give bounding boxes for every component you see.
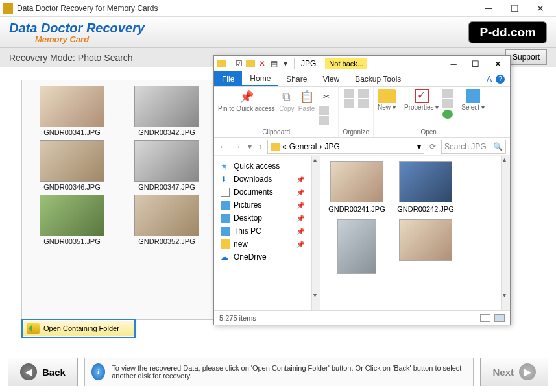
brand-title: Data Doctor Recovery bbox=[9, 21, 145, 36]
file-thumbnail bbox=[399, 161, 452, 202]
ocf-label: Open Containing Folder bbox=[43, 325, 119, 332]
help-icon[interactable]: ? bbox=[496, 75, 505, 84]
file-label: GNDR00241.JPG bbox=[326, 205, 388, 213]
pin-quick-access-button[interactable]: 📌Pin to Quick access bbox=[218, 89, 275, 112]
open-containing-folder-button[interactable]: Open Containing Folder bbox=[21, 319, 136, 338]
ribbon-collapse-icon[interactable]: ᐱ bbox=[487, 75, 492, 84]
thumb-image bbox=[134, 140, 199, 182]
explorer-address-bar: ← → ▾ ↑ « General › JPG ▾ ⟳ Search JPG 🔍 bbox=[214, 138, 510, 156]
move-to-icon[interactable] bbox=[344, 89, 354, 98]
explorer-tabs: File Home Share View Backup Tools ᐱ ? bbox=[214, 71, 510, 87]
explorer-search-input[interactable]: Search JPG 🔍 bbox=[441, 140, 506, 154]
ribbon-group-clipboard: Clipboard bbox=[262, 127, 290, 137]
details-view-icon[interactable] bbox=[480, 314, 490, 322]
brand-site-badge: P-dd.com bbox=[468, 21, 547, 43]
tab-view[interactable]: View bbox=[315, 71, 347, 86]
next-button[interactable]: Next ▶ bbox=[480, 358, 548, 386]
nav-documents[interactable]: Documents📌 bbox=[217, 186, 308, 199]
files-scrollbar[interactable] bbox=[501, 156, 510, 310]
thumb-item[interactable]: GNDR00352.JPG bbox=[121, 193, 213, 245]
paste-icon: 📋 bbox=[299, 89, 315, 104]
explorer-close-button[interactable]: ✕ bbox=[488, 59, 507, 69]
nav-back-icon[interactable]: ← bbox=[218, 142, 228, 151]
download-icon: ⬇ bbox=[221, 175, 230, 184]
file-item[interactable] bbox=[394, 219, 457, 276]
thumb-item[interactable]: GNDR00342.JPG bbox=[121, 84, 213, 136]
qat-delete-icon[interactable]: ✕ bbox=[258, 59, 267, 68]
thumb-item[interactable]: GNDR00351.JPG bbox=[26, 193, 118, 245]
copy-to-icon[interactable] bbox=[344, 99, 354, 108]
support-button[interactable]: Support bbox=[505, 49, 547, 65]
thumb-item[interactable]: GNDR00346.JPG bbox=[26, 139, 118, 191]
nav-up-icon[interactable]: ↑ bbox=[257, 142, 263, 151]
file-item[interactable]: GNDR00242.JPG bbox=[394, 161, 457, 213]
open-icon[interactable] bbox=[442, 89, 453, 98]
info-icon: i bbox=[91, 363, 105, 380]
tab-backup-tools[interactable]: Backup Tools bbox=[347, 71, 409, 86]
qat-check-icon[interactable]: ☑ bbox=[234, 59, 243, 68]
nav-scrollbar[interactable] bbox=[311, 156, 320, 310]
explorer-minimize-button[interactable]: ─ bbox=[444, 59, 463, 69]
thumbnails-view-icon[interactable] bbox=[494, 314, 505, 322]
nav-forward-icon[interactable]: → bbox=[232, 142, 243, 151]
edit-icon[interactable] bbox=[442, 99, 453, 108]
explorer-titlebar: ☑ ✕ ▤ ▾ JPG Not back... ─ ☐ ✕ bbox=[214, 56, 510, 71]
close-button[interactable]: ✕ bbox=[527, 0, 553, 17]
nav-onedrive[interactable]: ☁OneDrive bbox=[217, 251, 308, 263]
back-button[interactable]: ◀ Back bbox=[8, 358, 78, 386]
properties-button[interactable]: Properties ▾ bbox=[404, 89, 439, 111]
explorer-maximize-button[interactable]: ☐ bbox=[466, 59, 485, 69]
backup-status-badge[interactable]: Not back... bbox=[325, 58, 367, 69]
file-item[interactable] bbox=[326, 219, 388, 276]
file-thumbnail bbox=[337, 219, 376, 274]
folder-icon bbox=[217, 60, 226, 67]
copy-button[interactable]: ⧉Copy bbox=[279, 89, 295, 112]
nav-recent-icon[interactable]: ▾ bbox=[247, 142, 253, 151]
select-button[interactable]: Select ▾ bbox=[461, 89, 485, 111]
nav-pictures[interactable]: Pictures📌 bbox=[217, 199, 308, 212]
nav-this-pc[interactable]: This PC📌 bbox=[217, 225, 308, 238]
maximize-button[interactable]: ☐ bbox=[502, 0, 527, 17]
folder-icon bbox=[271, 143, 280, 151]
tab-home[interactable]: Home bbox=[242, 71, 278, 86]
pin-icon: 📌 bbox=[296, 176, 304, 183]
recovery-mode-text: Recovery Mode: Photo Search bbox=[9, 53, 133, 63]
ribbon-group-new bbox=[386, 127, 388, 137]
pin-icon: 📌 bbox=[239, 89, 254, 104]
nav-downloads[interactable]: ⬇Downloads📌 bbox=[217, 173, 308, 186]
ribbon-group-select bbox=[472, 127, 474, 137]
address-dropdown-icon[interactable]: ▾ bbox=[417, 142, 421, 151]
delete-icon[interactable] bbox=[358, 89, 369, 98]
nav-desktop[interactable]: Desktop📌 bbox=[217, 212, 308, 225]
nav-quick-access[interactable]: ★Quick access bbox=[217, 160, 308, 173]
paste-button[interactable]: 📋Paste bbox=[298, 89, 315, 112]
tab-share[interactable]: Share bbox=[278, 71, 315, 86]
breadcrumb-root[interactable]: General bbox=[289, 142, 317, 151]
paste-shortcut-icon[interactable] bbox=[319, 116, 329, 125]
file-thumbnail bbox=[330, 161, 383, 202]
tab-file[interactable]: File bbox=[214, 71, 242, 86]
cut-icon[interactable]: ✂ bbox=[319, 89, 334, 104]
explorer-title-text: JPG bbox=[301, 59, 316, 68]
document-icon bbox=[221, 188, 230, 197]
thumb-item[interactable]: GNDR00341.JPG bbox=[26, 84, 118, 136]
search-icon: 🔍 bbox=[493, 142, 503, 151]
rename-icon[interactable] bbox=[358, 99, 369, 108]
file-item[interactable]: GNDR00241.JPG bbox=[326, 161, 388, 213]
pin-icon: 📌 bbox=[296, 202, 304, 209]
refresh-icon[interactable]: ⟳ bbox=[428, 142, 437, 151]
copy-path-icon[interactable] bbox=[319, 106, 329, 115]
nav-new-folder[interactable]: new📌 bbox=[217, 238, 308, 251]
item-count: 5,275 items bbox=[219, 314, 256, 322]
thumb-item[interactable]: GNDR00347.JPG bbox=[121, 139, 213, 191]
address-path[interactable]: « General › JPG ▾ bbox=[267, 140, 424, 154]
breadcrumb-current[interactable]: JPG bbox=[324, 142, 339, 151]
history-icon[interactable] bbox=[442, 110, 453, 119]
qat-properties-icon[interactable]: ▤ bbox=[269, 59, 278, 68]
search-placeholder: Search JPG bbox=[444, 142, 487, 151]
qat-dropdown-icon[interactable]: ▾ bbox=[281, 59, 290, 68]
thumb-label: GNDR00346.JPG bbox=[26, 183, 118, 191]
folder-icon[interactable] bbox=[246, 60, 255, 67]
new-folder-button[interactable]: New ▾ bbox=[378, 89, 396, 111]
minimize-button[interactable]: ─ bbox=[476, 0, 502, 17]
